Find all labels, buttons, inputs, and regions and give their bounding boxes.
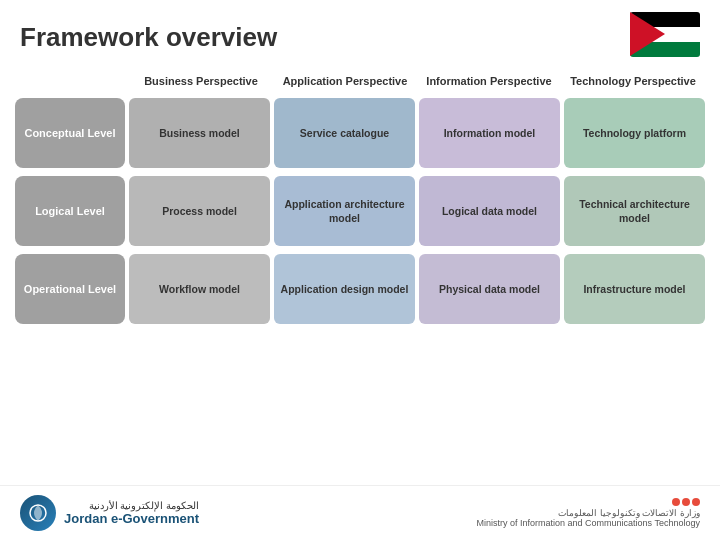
cell-application-design-model: Application design model xyxy=(274,254,415,324)
cell-technology-platform: Technology platform xyxy=(564,98,705,168)
row-label-conceptual: Conceptual Level xyxy=(15,98,125,168)
cell-business-model: Business model xyxy=(129,98,270,168)
footer-right: وزارة الاتصالات وتكنولوجيا المعلومات Min… xyxy=(477,498,700,528)
cell-physical-data-model: Physical data model xyxy=(419,254,560,324)
col-header-application: Application Perspective xyxy=(275,70,415,92)
footer-dots xyxy=(672,498,700,506)
rows-container: Conceptual Level Business model Service … xyxy=(15,98,705,480)
row-label-operational: Operational Level xyxy=(15,254,125,324)
column-headers: Business Perspective Application Perspec… xyxy=(15,70,705,92)
cell-information-model: Information model xyxy=(419,98,560,168)
col-header-information: Information Perspective xyxy=(419,70,559,92)
cell-application-architecture-model: Application architecture model xyxy=(274,176,415,246)
cell-infrastructure-model: Infrastructure model xyxy=(564,254,705,324)
cell-logical-data-model: Logical data model xyxy=(419,176,560,246)
footer-left: الحكومة الإلكترونية الأردنية Jordan e-Go… xyxy=(20,495,199,531)
main-content: Business Perspective Application Perspec… xyxy=(0,70,720,485)
row-label-logical: Logical Level xyxy=(15,176,125,246)
footer-english-text: Jordan e-Government xyxy=(64,511,199,526)
dot-3 xyxy=(692,498,700,506)
corner-empty xyxy=(17,70,127,92)
row-conceptual: Conceptual Level Business model Service … xyxy=(15,98,705,168)
ministry-arabic: وزارة الاتصالات وتكنولوجيا المعلومات xyxy=(558,508,700,518)
footer-arabic-text: الحكومة الإلكترونية الأردنية xyxy=(64,500,199,511)
flag-triangle xyxy=(630,12,665,56)
dot-1 xyxy=(672,498,680,506)
page: Framework overview Business Perspective … xyxy=(0,0,720,540)
dot-2 xyxy=(682,498,690,506)
footer: الحكومة الإلكترونية الأردنية Jordan e-Go… xyxy=(0,485,720,540)
header: Framework overview xyxy=(0,0,720,70)
cell-service-catalogue: Service catalogue xyxy=(274,98,415,168)
logo-icon xyxy=(20,495,56,531)
cell-technical-architecture-model: Technical architecture model xyxy=(564,176,705,246)
col-header-technology: Technology Perspective xyxy=(563,70,703,92)
cell-process-model: Process model xyxy=(129,176,270,246)
footer-brand: الحكومة الإلكترونية الأردنية Jordan e-Go… xyxy=(64,500,199,526)
flag-icon xyxy=(630,12,700,62)
cell-workflow-model: Workflow model xyxy=(129,254,270,324)
page-title: Framework overview xyxy=(20,22,277,53)
row-logical: Logical Level Process model Application … xyxy=(15,176,705,246)
col-header-business: Business Perspective xyxy=(131,70,271,92)
ministry-english: Ministry of Information and Communicatio… xyxy=(477,518,700,528)
row-operational: Operational Level Workflow model Applica… xyxy=(15,254,705,324)
logo-svg xyxy=(28,503,48,523)
